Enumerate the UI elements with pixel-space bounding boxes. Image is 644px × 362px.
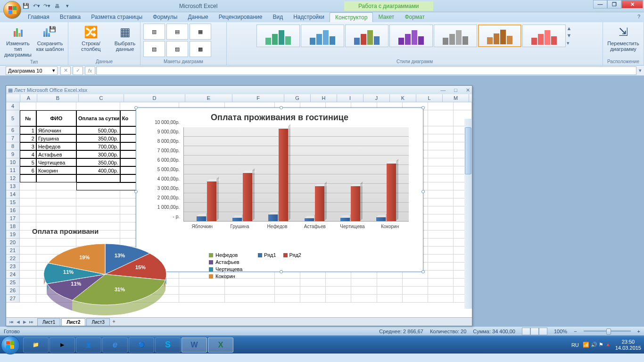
tab-review[interactable]: Рецензирование <box>214 12 268 22</box>
task-explorer[interactable]: 📁 <box>23 337 49 353</box>
prev-sheet-icon[interactable]: ◀ <box>15 320 21 324</box>
formula-bar: Диаграмма 10▾ ✕ ✓ fx ▾ <box>0 66 644 76</box>
view-normal-icon[interactable] <box>522 328 530 335</box>
tray-icons[interactable]: 📶 🔊 ⚑ 🔺 <box>583 342 611 348</box>
tab-data[interactable]: Данные <box>182 12 213 22</box>
svg-text:13%: 13% <box>115 253 125 258</box>
select-data-button[interactable]: ▦ Выбрать данные <box>113 24 137 53</box>
next-sheet-icon[interactable]: ▶ <box>21 320 28 324</box>
tab-view[interactable]: Вид <box>267 12 288 22</box>
task-chrome[interactable]: 🔵 <box>129 337 154 353</box>
save-template-icon: 💾 <box>42 25 58 40</box>
name-box[interactable]: Диаграмма 10▾ <box>6 66 58 75</box>
switch-rowcol-button[interactable]: 🔀 Строка/столбец <box>71 24 111 53</box>
task-mediaplayer[interactable]: ▶ <box>50 337 75 353</box>
chart-style-item[interactable] <box>256 25 300 47</box>
layout-item[interactable]: ▦ <box>190 24 211 40</box>
chart-plot[interactable] <box>183 127 409 222</box>
chart-style-item[interactable] <box>389 25 433 47</box>
tab-format[interactable]: Формат <box>399 12 430 22</box>
chart-style-item[interactable] <box>522 25 566 47</box>
vertical-scrollbar[interactable] <box>464 119 472 309</box>
group-layouts: ▥ ▤ ▦ ▧ ▨ ▩ Макеты диаграмм <box>140 22 227 65</box>
sheet-body[interactable]: 45№ФИООплата за суткиКо61Яблочкин500,00р… <box>6 102 472 317</box>
wb-minimize-icon[interactable]: — <box>440 87 446 93</box>
restore-button[interactable]: ❐ <box>607 0 621 8</box>
context-title: Работа с диаграммами <box>344 1 433 11</box>
first-sheet-icon[interactable]: ⏮ <box>8 320 15 324</box>
layout-item[interactable]: ▧ <box>143 41 165 57</box>
view-pagebreak-icon[interactable] <box>539 328 547 335</box>
move-chart-button[interactable]: ⇲ Переместить диаграмму <box>606 24 641 53</box>
titlebar: 💾 ↶▾ ↷▾ 🖶 ▾ Microsoft Excel Работа с диа… <box>0 0 644 12</box>
formula-input[interactable] <box>96 66 636 75</box>
fx-icon[interactable]: fx <box>85 66 95 75</box>
sheet-tab[interactable]: Лист1 <box>37 318 60 326</box>
layout-item[interactable]: ▩ <box>190 41 211 57</box>
close-button[interactable]: ✕ <box>621 0 643 8</box>
help-icon[interactable]: ? <box>634 12 644 22</box>
system-tray[interactable]: RU 📶 🔊 ⚑ 🔺 23:5014.03.2015 <box>571 339 643 351</box>
zoom-out-icon[interactable]: − <box>574 329 577 334</box>
statusbar: Готово Среднее: 2 866,67 Количество: 20 … <box>0 326 644 336</box>
zoom-level[interactable]: 100% <box>554 329 567 334</box>
dropdown-icon[interactable]: ▾ <box>52 67 55 74</box>
lang-indicator[interactable]: RU <box>571 342 579 348</box>
tab-design[interactable]: Конструктор <box>330 12 373 22</box>
tab-home[interactable]: Главная <box>23 12 55 22</box>
chart-style-item[interactable] <box>478 25 521 47</box>
chart-type-icon <box>10 25 25 40</box>
chart-style-item[interactable] <box>345 25 388 47</box>
chart-style-item[interactable] <box>434 25 477 47</box>
task-ie[interactable]: e <box>102 337 128 353</box>
task-word[interactable]: W <box>182 337 207 353</box>
redo-icon[interactable]: ↷▾ <box>43 3 50 9</box>
change-chart-type-button[interactable]: Изменить тип диаграммы <box>3 24 33 58</box>
save-icon[interactable]: 💾 <box>23 3 29 9</box>
view-pagelayout-icon[interactable] <box>530 328 539 335</box>
save-template-button[interactable]: 💾 Сохранить как шаблон <box>35 24 65 53</box>
status-average: Среднее: 2 866,67 <box>379 329 423 334</box>
task-skype[interactable]: S <box>155 337 181 353</box>
svg-text:15%: 15% <box>135 264 146 270</box>
tray-clock[interactable]: 23:5014.03.2015 <box>615 339 641 351</box>
layout-item[interactable]: ▥ <box>143 24 165 40</box>
task-user[interactable]: 👤 <box>76 337 101 353</box>
wb-maximize-icon[interactable]: □ <box>454 87 457 93</box>
svg-text:11%: 11% <box>71 281 81 287</box>
zoom-in-icon[interactable]: + <box>637 329 640 334</box>
workbook-titlebar[interactable]: ▦ Лист Microsoft Office Excel.xlsx — □ ✕ <box>6 86 472 94</box>
tab-insert[interactable]: Вставка <box>55 12 86 22</box>
layout-item[interactable]: ▨ <box>166 41 188 57</box>
expand-formula-icon[interactable]: ▾ <box>636 67 644 74</box>
office-button[interactable] <box>3 1 21 19</box>
start-button[interactable] <box>1 336 20 354</box>
sheet-tab[interactable]: Лист2 <box>61 318 85 326</box>
tab-addins[interactable]: Надстройки <box>288 12 330 22</box>
task-excel[interactable]: X <box>208 337 233 353</box>
wb-close-icon[interactable]: ✕ <box>466 87 470 93</box>
layout-item[interactable]: ▤ <box>166 24 188 40</box>
tab-pagelayout[interactable]: Разметка страницы <box>86 12 148 22</box>
print-icon[interactable]: 🖶 <box>54 3 60 9</box>
status-count: Количество: 20 <box>430 329 466 334</box>
tab-formulas[interactable]: Формулы <box>148 12 182 22</box>
chart-style-item[interactable] <box>301 25 344 47</box>
pie-chart-object[interactable]: Оплата проживани 13%15%31%11%11%19% Нефе… <box>32 227 197 314</box>
y-axis: - р.1 000,00р.2 000,00р.3 000,00р.4 000,… <box>146 127 181 222</box>
enter-icon[interactable]: ✓ <box>73 66 83 75</box>
tab-layout[interactable]: Макет <box>373 12 399 22</box>
workbook-window: ▦ Лист Microsoft Office Excel.xlsx — □ ✕… <box>6 85 472 326</box>
pie-chart: 13%15%31%11%11%19% <box>32 239 183 317</box>
undo-icon[interactable]: ↶▾ <box>33 3 40 9</box>
horizontal-scrollbar[interactable] <box>125 319 472 325</box>
column-headers[interactable]: ABCDEFGHIJKLM <box>6 94 472 102</box>
zoom-slider[interactable] <box>584 330 631 332</box>
sheet-tab[interactable]: Лист3 <box>86 318 109 326</box>
qat-more-icon[interactable]: ▾ <box>64 3 71 9</box>
cancel-icon[interactable]: ✕ <box>60 66 71 75</box>
minimize-button[interactable]: — <box>593 0 607 8</box>
new-sheet-icon[interactable]: ✦ <box>112 319 116 325</box>
workspace: ▦ Лист Microsoft Office Excel.xlsx — □ ✕… <box>0 76 644 326</box>
last-sheet-icon[interactable]: ⏭ <box>28 320 34 324</box>
